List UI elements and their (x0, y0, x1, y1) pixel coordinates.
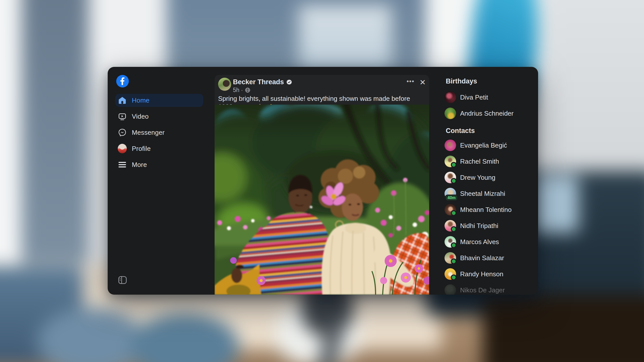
ellipsis-icon: ••• (407, 78, 414, 85)
avatar (445, 204, 456, 215)
online-status-dot (451, 226, 457, 232)
contact-row-sheetal-mizrahi[interactable]: 40m Sheetal Mizrahi (445, 186, 538, 202)
birthday-row-andrius-schneider[interactable]: Andrius Schneider (445, 105, 538, 121)
video-icon (118, 112, 127, 121)
person-name: Marcos Alves (460, 238, 499, 246)
profile-avatar (118, 144, 127, 153)
verified-badge-icon (286, 79, 292, 85)
person-name: Randy Henson (460, 270, 503, 278)
online-status-dot (451, 162, 457, 168)
contact-row-drew-young[interactable]: Drew Young (445, 169, 538, 186)
last-active-badge: 40m (445, 195, 458, 201)
person-name: Nikos De Jager (460, 286, 505, 294)
nav-label-home: Home (132, 97, 149, 104)
nav-item-profile[interactable]: Profile (115, 142, 203, 155)
feed-post-card: Becker Threads 5h · ••• ✕ Spring brights… (215, 75, 429, 295)
sidebar-toggle-icon[interactable] (118, 276, 127, 284)
person-name: Sheetal Mizrahi (460, 190, 505, 198)
avatar (445, 156, 456, 167)
birthday-row-diva-petit[interactable]: Diva Petit (445, 89, 538, 105)
avatar (445, 236, 456, 248)
nav-item-more[interactable]: More (115, 158, 203, 171)
post-photo[interactable] (215, 105, 429, 295)
post-author-name[interactable]: Becker Threads (233, 78, 284, 86)
online-status-dot (451, 258, 457, 264)
contact-row-nikos-de-jager[interactable]: Nikos De Jager (445, 282, 538, 295)
nav-label-messenger: Messenger (132, 129, 165, 137)
person-name: Mheann Tolentino (460, 206, 512, 214)
right-rail: Birthdays Diva Petit Andrius Schneider C… (445, 77, 538, 295)
contact-row-evangelia-begic[interactable]: Evangelia Begić (445, 137, 538, 153)
avatar (445, 268, 456, 280)
avatar (445, 108, 456, 119)
more-menu-icon (118, 160, 127, 169)
avatar (445, 172, 456, 183)
online-status-dot (451, 178, 457, 184)
avatar (445, 220, 456, 232)
person-name: Bhavin Salazar (460, 254, 504, 262)
nav-item-messenger[interactable]: Messenger (115, 126, 203, 139)
person-name: Diva Petit (460, 94, 488, 101)
post-timestamp: 5h · (233, 87, 243, 94)
contact-row-bhavin-salazar[interactable]: Bhavin Salazar (445, 250, 538, 266)
avatar (445, 92, 456, 103)
person-name: Drew Young (460, 174, 495, 182)
contact-row-rachel-smith[interactable]: Rachel Smith (445, 153, 538, 169)
contact-row-mheann-tolentino[interactable]: Mheann Tolentino (445, 202, 538, 218)
nav-label-more: More (132, 161, 147, 169)
contact-row-nidhi-tripathi[interactable]: Nidhi Tripathi (445, 218, 538, 234)
contacts-title: Contacts (446, 127, 538, 135)
post-close-button[interactable]: ✕ (417, 77, 428, 88)
contact-row-marcos-alves[interactable]: Marcos Alves (445, 234, 538, 250)
avatar (445, 140, 456, 151)
online-status-dot (451, 275, 457, 280)
online-status-dot (451, 210, 457, 216)
close-icon: ✕ (419, 78, 426, 87)
person-name: Rachel Smith (460, 158, 499, 165)
home-icon (118, 96, 127, 105)
avatar: 40m (445, 188, 456, 199)
nav-item-home[interactable]: Home (115, 94, 203, 107)
person-name: Andrius Schneider (460, 110, 513, 117)
nav-label-video: Video (132, 113, 149, 120)
post-more-button[interactable]: ••• (405, 77, 416, 88)
facebook-logo[interactable] (116, 75, 129, 87)
nav-item-video[interactable]: Video (115, 110, 203, 123)
facebook-window: Home Video Messenger Pr (108, 67, 538, 295)
avatar (445, 252, 456, 264)
audience-globe-icon (245, 87, 250, 93)
online-status-dot (451, 242, 457, 248)
person-name: Evangelia Begić (460, 142, 507, 149)
screen: Home Video Messenger Pr (0, 0, 644, 362)
facebook-logo-icon (116, 75, 129, 87)
messenger-icon (118, 128, 127, 137)
birthdays-title: Birthdays (446, 77, 538, 85)
person-name: Nidhi Tripathi (460, 222, 498, 230)
nav-label-profile: Profile (132, 145, 151, 153)
contact-row-randy-henson[interactable]: Randy Henson (445, 266, 538, 282)
post-author-avatar[interactable] (218, 78, 231, 91)
avatar (445, 284, 456, 295)
